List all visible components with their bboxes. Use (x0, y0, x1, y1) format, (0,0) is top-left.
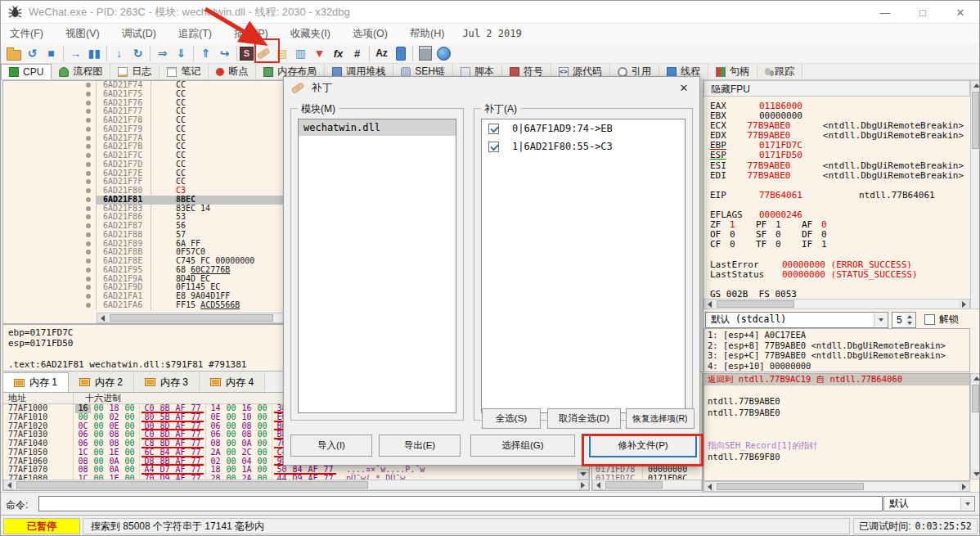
menu-item[interactable]: 追踪(T) (169, 25, 221, 43)
patch-checkbox[interactable] (488, 142, 499, 152)
breakpoint-dot-icon[interactable] (86, 259, 91, 263)
register-row[interactable] (710, 200, 964, 210)
breakpoint-dot-icon[interactable] (86, 241, 91, 246)
breakpoint-dot-icon[interactable] (86, 101, 91, 106)
minimize-button[interactable]: — (866, 1, 904, 24)
patch-dialog-titlebar[interactable]: 补丁 ✕ (284, 77, 699, 99)
register-row[interactable]: LastStatus00000000 (STATUS_SUCCESS) (710, 270, 964, 280)
command-input[interactable] (38, 496, 883, 511)
module-item[interactable]: wechatwin.dll (299, 119, 456, 136)
breakpoint-dot-icon[interactable] (86, 206, 91, 211)
breakpoint-dot-icon[interactable] (86, 268, 91, 273)
breakpoint-dot-icon[interactable] (86, 118, 91, 123)
breakpoint-dot-icon[interactable] (86, 109, 91, 114)
scroll-right-icon[interactable] (578, 480, 588, 489)
patch-item[interactable]: 0|6A7F1AD9:74->EB (482, 119, 685, 137)
patch-checkbox[interactable] (488, 124, 499, 134)
menu-item[interactable]: 收藏夹(I) (281, 25, 339, 43)
memory-tab-3[interactable]: 内存 3 (134, 372, 200, 392)
registers-vscrollbar[interactable] (970, 80, 980, 309)
memory-tab-1[interactable]: 内存 1 (2, 372, 69, 392)
breakpoint-dot-icon[interactable] (86, 83, 91, 88)
calculator-icon[interactable] (416, 44, 434, 63)
patch-item[interactable]: 1|6AD21F80:55->C3 (482, 137, 685, 155)
globe-icon[interactable] (434, 44, 453, 63)
dump-scroll-down-icon[interactable] (578, 469, 589, 480)
spin-up-icon[interactable] (905, 313, 915, 320)
step-down-icon[interactable]: ⇓ (172, 44, 191, 63)
registers-hscrollbar[interactable] (704, 299, 970, 309)
tab-cpu[interactable]: CPU (1, 64, 52, 79)
import-button[interactable]: 导入(I) (290, 435, 372, 457)
deselect-all-button[interactable]: 取消全选(D) (547, 408, 621, 429)
checksum-icon[interactable]: # (348, 44, 366, 63)
breakpoint-dot-icon[interactable] (86, 277, 91, 282)
maximize-button[interactable]: □ (904, 1, 942, 24)
calling-convention-select[interactable]: 默认 (stdcall) (705, 312, 888, 328)
breakpoint-dot-icon[interactable] (86, 223, 91, 228)
memory-tab-4[interactable]: 内存 4 (200, 372, 265, 392)
strings-icon[interactable]: Az (372, 44, 391, 63)
scroll-left-icon[interactable] (4, 480, 15, 489)
scroll-right-icon[interactable] (959, 482, 969, 491)
tab-handles[interactable]: 句柄 (708, 64, 757, 79)
tab-graph[interactable]: 流程图 (52, 64, 110, 79)
phone-icon[interactable] (391, 44, 410, 63)
call-info-hscrollbar[interactable] (704, 481, 970, 492)
open-file-icon[interactable] (4, 44, 23, 63)
register-row[interactable]: EBP0171FD7C (710, 141, 964, 151)
breakpoint-dot-icon[interactable] (86, 214, 91, 219)
register-row[interactable] (710, 250, 964, 259)
breakpoint-dot-icon[interactable] (86, 162, 91, 167)
register-row[interactable]: EIP77B64061ntdll.77B64061 (710, 191, 964, 200)
register-row[interactable]: EDX77B9ABE0<ntdll.DbgUiRemoteBreakin> (710, 131, 964, 141)
call-arguments-panel[interactable]: 1: [esp+4] A0C17EEA2: [esp+8] 77B9ABE0 <… (704, 328, 970, 372)
step-into-icon[interactable]: ↓ (110, 44, 128, 63)
scroll-left-icon[interactable] (97, 313, 108, 322)
register-row[interactable]: ESI77B9ABE0<ntdll.DbgUiRemoteBreakin> (710, 161, 964, 171)
register-row[interactable]: CF0TF0IF1 (710, 240, 964, 250)
stack-hscrollbar[interactable] (592, 480, 702, 490)
call-info-vscrollbar[interactable] (970, 373, 980, 480)
tab-notes[interactable]: 笔记 (160, 64, 209, 79)
restart-icon[interactable]: ↺ (23, 44, 42, 63)
register-row[interactable]: OF0SF0DF0 (710, 230, 964, 240)
command-profile-select[interactable]: 默认 (883, 496, 975, 511)
module-list[interactable]: wechatwin.dll (298, 119, 456, 413)
breakpoint-dot-icon[interactable] (86, 232, 91, 237)
hide-fpu-button[interactable]: 隐藏FPU (704, 80, 970, 97)
breakpoint-dot-icon[interactable] (86, 294, 91, 299)
menu-item[interactable]: 视图(V) (56, 25, 109, 43)
register-row[interactable]: EFLAGS00000246 (710, 210, 964, 220)
breakpoint-dot-icon[interactable] (86, 285, 91, 290)
argument-depth-stepper[interactable]: 5 (892, 312, 916, 328)
menu-item[interactable]: 调试(D) (113, 25, 165, 43)
memory-tab-2[interactable]: 内存 2 (69, 372, 134, 392)
breakpoint-dot-icon[interactable] (86, 303, 91, 308)
tab-breakpoints[interactable]: 断点 (209, 64, 256, 79)
execute-till-return-icon[interactable]: ⇑ (196, 44, 215, 63)
run-icon[interactable]: → (66, 44, 85, 63)
breakpoint-dot-icon[interactable] (86, 250, 91, 254)
restore-selection-button[interactable]: 恢复选择项(R) (626, 408, 695, 429)
register-row[interactable]: ZF1PF1AF0 (710, 220, 964, 230)
menu-item[interactable]: 帮助(H) (401, 25, 453, 43)
register-row[interactable]: ESP0171FD50 (710, 151, 964, 160)
dialog-close-button[interactable]: ✕ (676, 82, 692, 94)
tab-trace[interactable]: 跟踪 (757, 64, 802, 79)
labels-icon[interactable]: ▥ (291, 44, 310, 63)
breakpoint-dot-icon[interactable] (86, 179, 91, 184)
run-to-user-code-icon[interactable]: ↪ (215, 44, 234, 63)
menu-item[interactable]: 选项(O) (344, 25, 397, 43)
breakpoint-dot-icon[interactable] (86, 197, 91, 202)
scylla-icon[interactable]: S (240, 47, 254, 61)
menu-item[interactable]: 文件(F) (1, 25, 52, 43)
stop-icon[interactable]: ■ (42, 44, 61, 63)
patch-file-button[interactable]: 修补文件(P) (589, 434, 697, 457)
register-row[interactable]: LastError00000000 (ERROR_SUCCESS) (710, 260, 964, 270)
close-button[interactable]: ✕ (942, 1, 979, 24)
comments-icon[interactable]: ▤ (272, 44, 291, 63)
scroll-up-icon[interactable] (971, 374, 980, 383)
scroll-down-icon[interactable] (971, 470, 980, 479)
patch-icon[interactable] (254, 44, 272, 63)
